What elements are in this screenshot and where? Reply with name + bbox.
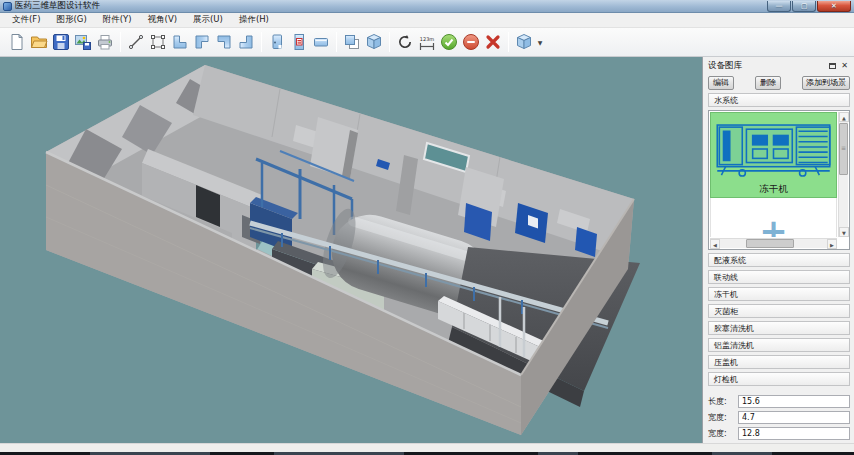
category-liquid-prep[interactable]: 配液系统 [708, 253, 850, 267]
category-linkage-line[interactable]: 联动线 [708, 270, 850, 284]
panel-close-icon[interactable]: ✕ [839, 60, 850, 71]
maximize-button[interactable]: ▢ [792, 1, 816, 12]
cube-tool-icon[interactable] [363, 30, 385, 54]
width2-input[interactable] [738, 427, 850, 440]
measure-tool-icon[interactable]: 123m [416, 30, 438, 54]
library-horizontal-scrollbar[interactable]: ◀ ▶ [710, 238, 837, 248]
length-label: 长度: [708, 396, 738, 407]
view-mode-dropdown-arrow[interactable]: ▼ [536, 39, 544, 46]
application-window: 医药三维草图设计软件 — ▢ ✕ 文件(F) 图形(G) 附件(Y) 视角(V)… [0, 0, 854, 455]
menu-graphics[interactable]: 图形(G) [49, 13, 95, 27]
measure-label: 123m [420, 36, 435, 42]
category-stopper-washer[interactable]: 胶塞清洗机 [708, 321, 850, 335]
menu-file[interactable]: 文件(F) [4, 13, 49, 27]
export-image-icon[interactable] [72, 30, 94, 54]
menu-bar: 文件(F) 图形(G) 附件(Y) 视角(V) 展示(U) 操作(H) [0, 13, 854, 28]
freeze-dryer-cad-drawing [711, 113, 836, 185]
library-item-label: 冻干机 [711, 183, 836, 196]
toolbar-separator [389, 32, 390, 52]
scroll-up-arrow[interactable]: ▲ [839, 112, 849, 122]
remove-icon[interactable] [460, 30, 482, 54]
library-add-tile[interactable]: + [710, 198, 837, 237]
select-rect-icon[interactable] [147, 30, 169, 54]
door-tool-icon[interactable] [266, 30, 288, 54]
toolbar-separator [508, 32, 509, 52]
toolbar-separator [261, 32, 262, 52]
add-to-scene-button[interactable]: 添加到场景 [802, 76, 850, 90]
wall-corner-3-icon[interactable] [213, 30, 235, 54]
panel-button-row: 编辑 删除 添加到场景 [708, 76, 850, 90]
new-file-icon[interactable] [6, 30, 28, 54]
cancel-icon[interactable] [482, 30, 504, 54]
edit-button[interactable]: 编辑 [708, 76, 734, 90]
category-capping-machine[interactable]: 压盖机 [708, 355, 850, 369]
wall-corner-1-icon[interactable] [169, 30, 191, 54]
app-icon [3, 2, 12, 11]
plus-icon: + [759, 216, 788, 238]
horizontal-scroll-thumb[interactable] [746, 239, 794, 248]
library-item-freeze-dryer[interactable]: 冻干机 [710, 112, 837, 198]
library-vertical-scrollbar[interactable]: ▲ ▼ [838, 112, 848, 237]
category-sterilizer[interactable]: 灭菌柜 [708, 304, 850, 318]
rotate-view-icon[interactable] [394, 30, 416, 54]
confirm-icon[interactable] [438, 30, 460, 54]
scroll-left-arrow[interactable]: ◀ [710, 239, 720, 249]
width2-label: 宽度: [708, 428, 738, 439]
close-button[interactable]: ✕ [817, 1, 851, 12]
status-bar [0, 443, 854, 452]
menu-operations[interactable]: 操作(H) [231, 13, 277, 27]
equipment-library-box: 冻干机 + ▲ ▼ ◀ ▶ [708, 110, 850, 250]
category-water-system[interactable]: 水系统 [708, 93, 850, 107]
category-cap-washer[interactable]: 铝盖清洗机 [708, 338, 850, 352]
toolbar-separator [336, 32, 337, 52]
dimension-fields: 长度: 宽度: 宽度: [708, 392, 850, 440]
open-file-icon[interactable] [28, 30, 50, 54]
menu-view-angle[interactable]: 视角(V) [140, 13, 185, 27]
save-icon[interactable] [50, 30, 72, 54]
scroll-down-arrow[interactable]: ▼ [839, 227, 849, 237]
category-light-inspector[interactable]: 灯检机 [708, 372, 850, 386]
panel-float-icon[interactable] [827, 60, 838, 71]
vertical-scroll-thumb[interactable] [839, 123, 848, 175]
3d-scene [0, 57, 702, 443]
panel-title: 设备图库 [708, 60, 742, 72]
toolbar-separator [120, 32, 121, 52]
window-title: 医药三维草图设计软件 [15, 0, 100, 12]
copy-icon[interactable] [341, 30, 363, 54]
line-tool-icon[interactable] [125, 30, 147, 54]
menu-display[interactable]: 展示(U) [185, 13, 231, 27]
width-input[interactable] [738, 411, 850, 424]
wall-corner-4-icon[interactable] [235, 30, 257, 54]
equipment-library-panel: 设备图库 ✕ 编辑 删除 添加到场景 水系统 [702, 57, 854, 443]
wall-corner-2-icon[interactable] [191, 30, 213, 54]
width-label: 宽度: [708, 412, 738, 423]
title-bar: 医药三维草图设计软件 — ▢ ✕ [0, 0, 854, 13]
window-tool-icon[interactable] [310, 30, 332, 54]
print-icon[interactable] [94, 30, 116, 54]
view-mode-cube-icon[interactable] [513, 30, 535, 54]
minimize-button[interactable]: — [767, 1, 791, 12]
toolbar: 123m ▼ [0, 28, 854, 57]
scroll-right-arrow[interactable]: ▶ [827, 239, 837, 249]
length-input[interactable] [738, 395, 850, 408]
3d-viewport[interactable] [0, 57, 702, 443]
safety-door-tool-icon[interactable] [288, 30, 310, 54]
delete-button[interactable]: 删除 [755, 76, 781, 90]
menu-attachments[interactable]: 附件(Y) [95, 13, 140, 27]
panel-header: 设备图库 ✕ [708, 59, 850, 72]
category-freeze-dryer[interactable]: 冻干机 [708, 287, 850, 301]
